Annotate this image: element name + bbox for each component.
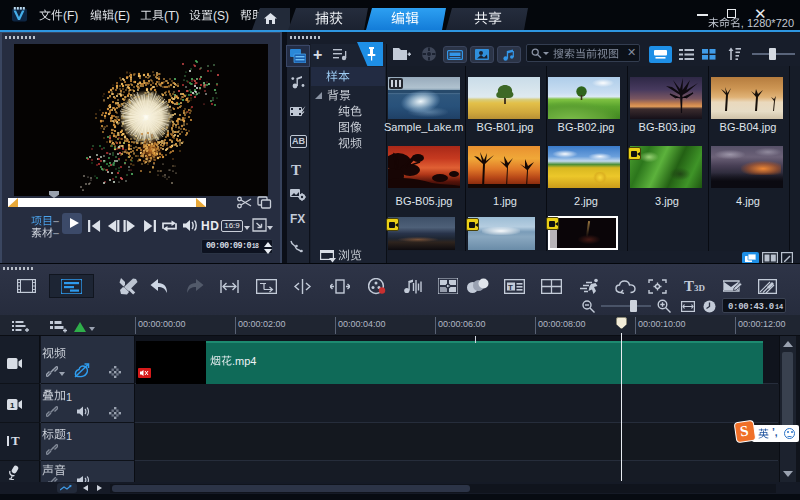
svg-text:1: 1 [10, 401, 15, 410]
svg-text:T: T [508, 283, 513, 292]
